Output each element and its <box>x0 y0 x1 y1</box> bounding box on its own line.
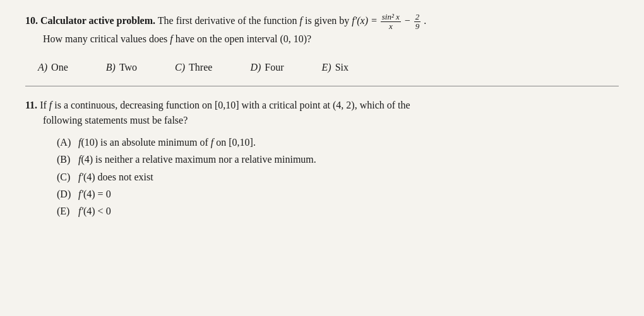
answer-b-text: Two <box>119 62 137 73</box>
q10-line2-2: have on the open interval (0, 10)? <box>176 33 311 44</box>
q11-option-d: (D) f′(4) = 0 <box>57 185 619 202</box>
q11-c-text: f′(4) does not exist <box>78 168 153 185</box>
answer-e-label: E) <box>322 62 331 73</box>
q11-text1: is a continuous, decreasing function on … <box>54 100 410 110</box>
q11-intro: If <box>40 100 49 110</box>
q11-option-e: (E) f′(4) < 0 <box>57 202 619 219</box>
answer-a-label: A) <box>38 62 47 73</box>
q11-options: (A) f(10) is an absolute minimum of f on… <box>57 134 619 219</box>
q11-e-text: f′(4) < 0 <box>78 202 111 219</box>
question-10-line2: How many critical values does f have on … <box>43 32 619 47</box>
q10-f2: f <box>170 33 172 44</box>
q10-text3: . <box>424 15 426 26</box>
q11-d-text: f′(4) = 0 <box>78 185 111 202</box>
q10-frac1-num: sin² x <box>381 13 401 22</box>
answer-d-label: D) <box>250 62 261 73</box>
q10-number: 10. <box>25 15 38 26</box>
q10-answers: A) One B) Two C) Three D) Four E) Six <box>25 62 619 73</box>
q10-line2-1: How many critical values does <box>43 33 170 44</box>
q11-main: 11. If f is a continuous, decreasing fun… <box>25 98 619 114</box>
answer-c-label: C) <box>175 62 185 73</box>
page: 10. Calculator active problem. The first… <box>0 0 644 316</box>
q11-line2-text: following statements must be false? <box>43 115 188 126</box>
q11-option-a: (A) f(10) is an absolute minimum of f on… <box>57 134 619 151</box>
q11-option-c: (C) f′(4) does not exist <box>57 168 619 185</box>
q10-text1: The first derivative of the function <box>158 15 300 26</box>
answer-c: C) Three <box>175 62 212 73</box>
q11-number: 11. <box>25 100 37 110</box>
answer-c-text: Three <box>189 62 212 73</box>
q10-fraction2: 2 9 <box>414 13 421 32</box>
answer-a-text: One <box>51 62 68 73</box>
answer-b-label: B) <box>106 62 116 73</box>
q11-c-label: (C) <box>57 168 75 185</box>
q11-f: f <box>49 100 52 110</box>
q10-minus: − <box>404 15 411 26</box>
q11-a-label: (A) <box>57 134 75 151</box>
section-divider <box>25 86 619 86</box>
q11-d-label: (D) <box>57 185 75 202</box>
q11-b-text: f(4) is neither a relative maximum nor a… <box>78 151 316 168</box>
q10-frac2-num: 2 <box>414 13 421 22</box>
q10-fraction1: sin² x x <box>381 13 401 32</box>
q10-frac1-den: x <box>388 22 394 31</box>
answer-a: A) One <box>38 62 68 73</box>
answer-e: E) Six <box>322 62 349 73</box>
q11-a-text: f(10) is an absolute minimum of f on [0,… <box>78 134 256 151</box>
q11-b-label: (B) <box>57 151 75 168</box>
q10-f: f <box>300 15 302 26</box>
answer-e-text: Six <box>335 62 349 73</box>
q11-option-b: (B) f(4) is neither a relative maximum n… <box>57 151 619 168</box>
q11-line2: following statements must be false? <box>25 113 619 129</box>
q10-fprime: f′(x) = sin² x x − 2 9 <box>352 15 424 26</box>
q11-e-label: (E) <box>57 202 75 219</box>
q10-label: Calculator active problem. <box>40 15 155 26</box>
q10-frac2-den: 9 <box>414 22 421 31</box>
answer-d-text: Four <box>265 62 283 73</box>
answer-d: D) Four <box>250 62 283 73</box>
q10-text2: is given by <box>305 15 352 26</box>
question-10-text: 10. Calculator active problem. The first… <box>25 13 619 32</box>
question-11: 11. If f is a continuous, decreasing fun… <box>25 98 619 220</box>
question-10: 10. Calculator active problem. The first… <box>25 13 619 73</box>
answer-b: B) Two <box>106 62 137 73</box>
